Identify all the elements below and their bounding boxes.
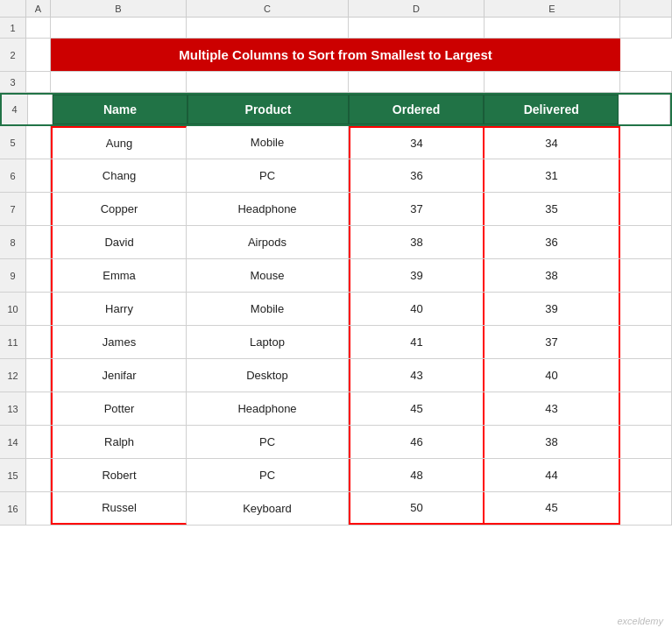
col-header-b: B	[51, 0, 187, 18]
cell-name: Jenifar	[51, 359, 187, 392]
corner-cell	[0, 0, 26, 18]
table-row: 13 Potter Headphone 45 43	[0, 392, 672, 426]
table-row: 15 Robert PC 48 44	[0, 459, 672, 492]
cell-product: Airpods	[187, 226, 349, 258]
row-3: 3	[0, 72, 672, 93]
cell-product: Mobile	[187, 126, 349, 159]
cell-ordered: 37	[349, 193, 485, 225]
cell-ordered: 36	[349, 159, 485, 192]
cell-delivered: 39	[485, 293, 620, 325]
row-1: 1	[0, 18, 672, 39]
row-num: 13	[0, 392, 26, 425]
cell-name: Chang	[51, 159, 187, 192]
row-num: 8	[0, 226, 26, 258]
watermark: exceldemy	[617, 616, 663, 626]
col-name-header: Name	[53, 95, 187, 124]
row-num: 6	[0, 159, 26, 192]
table-row: 11 James Laptop 41 37	[0, 326, 672, 359]
header-row: 4 Name Product Ordered Delivered	[0, 93, 672, 126]
cell-product: PC	[187, 159, 349, 192]
cell-delivered: 35	[485, 193, 620, 225]
col-header-c: C	[187, 0, 349, 18]
row-num: 7	[0, 193, 26, 225]
table-row: 6 Chang PC 36 31	[0, 159, 672, 193]
cell-product: Desktop	[187, 359, 349, 392]
row-num: 5	[0, 126, 26, 159]
cell-product: Mouse	[187, 259, 349, 292]
cell-name: Copper	[51, 193, 187, 225]
cell-name: Emma	[51, 259, 187, 292]
cell-name: Russel	[51, 492, 187, 525]
cell-product: Mobile	[187, 293, 349, 325]
col-product-header: Product	[187, 95, 349, 124]
cell-delivered: 38	[485, 426, 620, 458]
cell-delivered: 44	[485, 459, 620, 491]
row-num: 12	[0, 359, 26, 392]
col-header-a: A	[26, 0, 51, 18]
table-row: 9 Emma Mouse 39 38	[0, 259, 672, 293]
col-header-e: E	[485, 0, 620, 18]
table-row: 16 Russel Keyboard 50 45	[0, 492, 672, 526]
row-num: 15	[0, 459, 26, 491]
cell-ordered: 43	[349, 359, 485, 392]
cell-delivered: 43	[485, 392, 620, 425]
cell-name: Aung	[51, 126, 187, 159]
col-ordered-header: Ordered	[349, 95, 484, 124]
cell-name: Potter	[51, 392, 187, 425]
cell-ordered: 50	[349, 492, 485, 525]
row-num: 9	[0, 259, 26, 292]
cell-ordered: 46	[349, 426, 485, 458]
cell-delivered: 40	[485, 359, 620, 392]
cell-ordered: 38	[349, 226, 485, 258]
cell-name: James	[51, 326, 187, 358]
table-row: 5 Aung Mobile 34 34	[0, 126, 672, 159]
cell-ordered: 45	[349, 392, 485, 425]
col-delivered-header: Delivered	[484, 95, 619, 124]
row-num: 11	[0, 326, 26, 358]
col-headers: A B C D E	[0, 0, 672, 18]
title-banner: Multiple Columns to Sort from Smallest t…	[51, 39, 620, 71]
cell-ordered: 34	[349, 126, 485, 159]
cell-product: Headphone	[187, 193, 349, 225]
cell-ordered: 39	[349, 259, 485, 292]
cell-delivered: 45	[485, 492, 620, 525]
cell-ordered: 48	[349, 459, 485, 491]
cell-delivered: 36	[485, 226, 620, 258]
cell-delivered: 31	[485, 159, 620, 192]
col-header-d: D	[349, 0, 485, 18]
cell-delivered: 37	[485, 326, 620, 358]
title-row: 2 Multiple Columns to Sort from Smallest…	[0, 39, 672, 72]
cell-product: PC	[187, 459, 349, 491]
cell-name: David	[51, 226, 187, 258]
cell-name: Ralph	[51, 426, 187, 458]
cell-product: Laptop	[187, 326, 349, 358]
cell-product: PC	[187, 426, 349, 458]
cell-ordered: 40	[349, 293, 485, 325]
row-num: 10	[0, 293, 26, 325]
cell-ordered: 41	[349, 326, 485, 358]
cell-delivered: 34	[485, 126, 620, 159]
table-row: 7 Copper Headphone 37 35	[0, 193, 672, 226]
spreadsheet: A B C D E 1 2 Multiple Columns to Sort f…	[0, 0, 672, 635]
cell-product: Headphone	[187, 392, 349, 425]
row-num: 14	[0, 426, 26, 458]
table-row: 12 Jenifar Desktop 43 40	[0, 359, 672, 392]
table-row: 14 Ralph PC 46 38	[0, 426, 672, 459]
data-rows: 5 Aung Mobile 34 34 6 Chang PC 36 31 7 C…	[0, 126, 672, 526]
cell-name: Robert	[51, 459, 187, 491]
cell-name: Harry	[51, 293, 187, 325]
row-num: 16	[0, 492, 26, 525]
table-row: 8 David Airpods 38 36	[0, 226, 672, 259]
cell-delivered: 38	[485, 259, 620, 292]
table-row: 10 Harry Mobile 40 39	[0, 293, 672, 326]
cell-product: Keyboard	[187, 492, 349, 525]
col-header-f	[620, 0, 672, 18]
